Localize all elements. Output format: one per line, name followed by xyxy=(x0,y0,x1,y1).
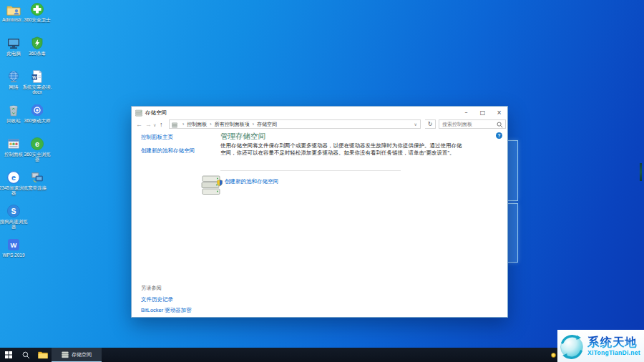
file-explorer-button[interactable] xyxy=(34,348,52,362)
folder-icon xyxy=(38,351,48,359)
browser-letter: e xyxy=(11,173,16,182)
create-pool-link[interactable]: 创建新的池和存储空间 xyxy=(225,178,278,185)
storage-spaces-window-icon xyxy=(135,107,142,119)
desktop-icon-360-antivirus[interactable]: 360杀毒 xyxy=(22,36,52,56)
taskbar-app-label: 存储空间 xyxy=(72,351,92,358)
breadcrumb-separator: › xyxy=(253,122,254,127)
driver-master-icon xyxy=(30,103,44,117)
bitlocker-link[interactable]: BitLocker 驱动器加密 xyxy=(141,307,192,314)
icon-label: 360安全浏览器 xyxy=(22,152,52,162)
screen-edge-artifact xyxy=(640,163,642,181)
xitongtiandi-globe-icon xyxy=(557,332,586,361)
address-bar: ← → ∨ ↑ › 控制面板 › 所有控制面板项 › 存储空间 ∨ ↻ xyxy=(132,119,507,132)
search-icon[interactable] xyxy=(497,118,503,131)
desktop-icon-broadband[interactable]: 宽带连接 xyxy=(22,170,52,190)
breadcrumb-location-icon xyxy=(172,118,177,131)
broadband-icon xyxy=(30,170,44,185)
separator xyxy=(220,170,401,171)
browser-letter: S xyxy=(11,207,16,215)
taskbar-app-storage-spaces[interactable]: 存储空间 xyxy=(52,348,102,362)
address-dropdown-icon[interactable]: ∨ xyxy=(414,122,417,127)
360-safe-guard-icon xyxy=(30,2,44,16)
tray-notification-icon[interactable] xyxy=(551,353,556,358)
icon-label: 360安全卫士 xyxy=(22,17,52,22)
icon-label: 宽带连接 xyxy=(22,185,52,190)
wps-icon: W xyxy=(6,238,21,252)
desktop-icon-setup-doc[interactable]: W 系统安装必读.docx xyxy=(22,69,52,95)
taskbar-search-button[interactable] xyxy=(17,348,34,362)
watermark-title: 系统天地 xyxy=(587,336,640,348)
up-button[interactable]: ↑ xyxy=(160,119,163,130)
user-folder-icon xyxy=(6,2,21,16)
word-document-icon: W xyxy=(30,69,44,84)
wps-letter: W xyxy=(11,241,17,249)
maximize-button[interactable]: □ xyxy=(474,107,491,119)
globe-icon xyxy=(6,69,21,84)
windows-logo-icon xyxy=(5,351,12,358)
breadcrumb-storage-spaces[interactable]: 存储空间 xyxy=(257,121,277,128)
help-icon[interactable]: ? xyxy=(496,132,502,139)
file-history-link[interactable]: 文件历史记录 xyxy=(141,296,173,303)
desktop-icon-360-safe-guard[interactable]: 360安全卫士 xyxy=(22,2,52,22)
breadcrumb-all-items[interactable]: 所有控制面板项 xyxy=(215,121,250,128)
close-button[interactable]: × xyxy=(491,107,507,119)
browser-letter: e xyxy=(35,140,39,148)
uac-shield-icon xyxy=(217,176,223,189)
desktop: Administr... 360安全卫士 此电脑 360杀毒 网络 W 系统安装… xyxy=(0,0,644,362)
icon-label: 360杀毒 xyxy=(22,51,52,56)
see-also-header: 另请参阅 xyxy=(141,285,162,292)
taskbar: 存储空间 xyxy=(0,348,644,362)
window-content: ? 控制面板主页 创建新的池和存储空间 管理存储空间 使用存储空间将文件保存到两… xyxy=(132,131,507,317)
watermark: 系统天地 XiTongTianDi.net xyxy=(557,330,644,362)
storage-spaces-icon xyxy=(62,351,69,358)
sidebar-item-create-pool[interactable]: 创建新的池和存储空间 xyxy=(141,147,195,155)
description-text: 使用存储空间将文件保存到两个或更多驱动器，以便在驱动器发生故障时为你提供保护。通… xyxy=(220,142,464,157)
search-input[interactable] xyxy=(439,122,497,127)
search-icon xyxy=(22,351,30,359)
desktop-icon-sogou-browser[interactable]: S 搜狗高速浏览器 xyxy=(0,204,29,230)
page-title: 管理存储空间 xyxy=(220,132,265,142)
desktop-icon-360-browser[interactable]: e 360安全浏览器 xyxy=(22,137,52,162)
window-titlebar[interactable]: 存储空间 xyxy=(132,107,507,119)
window-title: 存储空间 xyxy=(145,109,167,117)
refresh-button[interactable]: ↻ xyxy=(425,119,436,129)
2345-browser-icon: e xyxy=(6,170,21,185)
icon-label: 搜狗高速浏览器 xyxy=(0,219,29,230)
desktop-icon-360-driver-master[interactable]: 360驱动大师 xyxy=(22,103,52,123)
sogou-browser-icon: S xyxy=(6,204,21,218)
recycle-bin-icon xyxy=(6,103,21,117)
doc-letter: W xyxy=(32,75,36,79)
shield-lightning-icon xyxy=(30,36,44,50)
icon-label: 系统安装必读.docx xyxy=(22,84,52,95)
control-panel-icon xyxy=(6,137,21,151)
desktop-icon-wps-2019[interactable]: W WPS 2019 xyxy=(0,238,29,258)
breadcrumb-separator: › xyxy=(210,122,211,127)
back-button[interactable]: ← xyxy=(136,119,142,130)
icon-label: 360驱动大师 xyxy=(22,118,52,123)
breadcrumb-separator: › xyxy=(182,122,184,127)
search-box[interactable] xyxy=(439,119,506,129)
breadcrumb[interactable]: › 控制面板 › 所有控制面板项 › 存储空间 ∨ xyxy=(169,119,421,129)
forward-button[interactable]: → xyxy=(145,119,152,130)
watermark-site: XiTongTianDi.net xyxy=(587,349,640,356)
360-browser-icon: e xyxy=(30,137,44,151)
history-dropdown-icon[interactable]: ∨ xyxy=(153,119,156,130)
storage-spaces-window: 存储空间 – □ × ← → ∨ ↑ › 控制面板 › 所有控制面板项 › 存储… xyxy=(131,106,508,318)
icon-label: WPS 2019 xyxy=(0,253,29,258)
minimize-button[interactable]: – xyxy=(458,107,474,119)
start-button[interactable] xyxy=(0,348,17,362)
breadcrumb-control-panel[interactable]: 控制面板 xyxy=(187,121,207,128)
sidebar-item-control-panel-home[interactable]: 控制面板主页 xyxy=(141,134,173,141)
caption-buttons: – □ × xyxy=(458,107,507,119)
monitor-icon xyxy=(6,36,21,50)
